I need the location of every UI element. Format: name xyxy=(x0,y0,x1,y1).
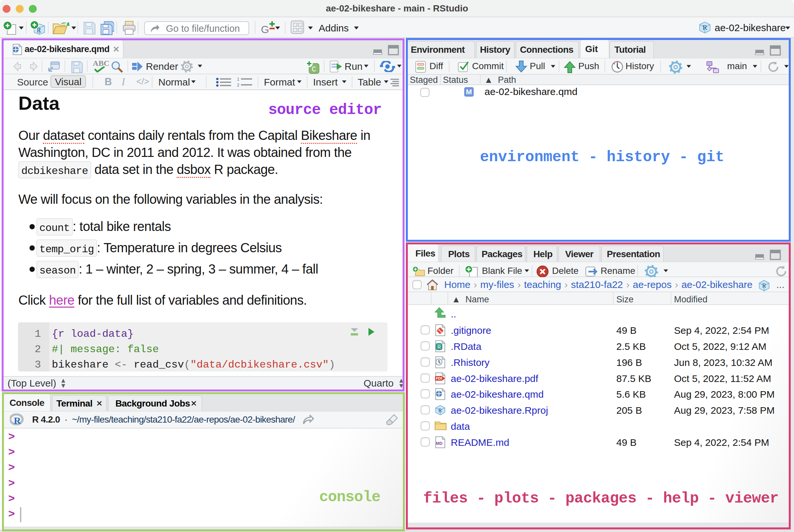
svg-text:G: G xyxy=(261,24,269,35)
svg-text:R: R xyxy=(438,344,441,349)
svg-text:1: 1 xyxy=(237,78,239,81)
svg-text:R: R xyxy=(438,407,442,413)
svg-text:C: C xyxy=(312,65,316,74)
svg-text:R: R xyxy=(762,282,766,289)
svg-text:MD: MD xyxy=(436,441,443,446)
svg-text:2: 2 xyxy=(237,83,239,87)
svg-text:R: R xyxy=(703,23,707,32)
svg-text:PDF: PDF xyxy=(436,376,443,380)
svg-text:R: R xyxy=(14,415,21,426)
